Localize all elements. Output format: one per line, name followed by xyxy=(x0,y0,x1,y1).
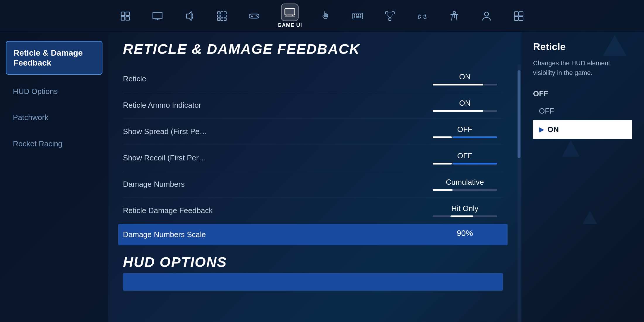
sidebar: Reticle & DamageFeedback HUD Options Pat… xyxy=(0,32,108,322)
accessibility-icon xyxy=(446,7,463,25)
setting-control-reticle-damage-feedback: Hit Only xyxy=(427,204,503,217)
sidebar-item-rocket-racing[interactable]: Rocket Racing xyxy=(6,133,102,155)
svg-rect-13 xyxy=(224,15,226,17)
nav-item-hud[interactable] xyxy=(117,7,134,25)
svg-rect-3 xyxy=(126,17,129,20)
scroll-thumb[interactable] xyxy=(518,70,520,158)
nav-item-profile[interactable] xyxy=(478,7,495,25)
svg-rect-36 xyxy=(389,18,391,20)
svg-rect-10 xyxy=(224,12,226,14)
option-item-on[interactable]: ▶ ON xyxy=(533,120,632,139)
nav-item-touch[interactable] xyxy=(317,7,334,25)
section-title-reticle: RETICLE & DAMAGE FEEDBACK xyxy=(123,41,503,57)
setting-name-reticle: Reticle xyxy=(123,74,427,83)
setting-control-show-recoil: OFF xyxy=(427,151,503,165)
keyboard-icon xyxy=(349,7,366,25)
scrollbar[interactable] xyxy=(518,64,521,322)
svg-rect-0 xyxy=(121,12,125,16)
setting-row-show-spread[interactable]: Show Spread (First Pe… OFF xyxy=(123,119,503,145)
svg-rect-12 xyxy=(221,15,223,17)
slider-show-spread[interactable] xyxy=(433,136,497,138)
svg-line-37 xyxy=(387,14,390,18)
setting-name-show-spread: Show Spread (First Pe… xyxy=(123,127,427,136)
option-item-off[interactable]: OFF xyxy=(533,102,632,120)
svg-rect-31 xyxy=(354,16,355,18)
nav-item-layout[interactable] xyxy=(213,7,231,25)
svg-rect-15 xyxy=(221,18,223,20)
sidebar-item-reticle-damage[interactable]: Reticle & DamageFeedback xyxy=(6,41,102,75)
nav-item-keyboard[interactable] xyxy=(349,7,366,25)
svg-rect-4 xyxy=(153,12,162,19)
setting-control-damage-scale: 90% xyxy=(427,229,503,240)
nav-item-audio[interactable] xyxy=(181,7,198,25)
nav-item-display[interactable] xyxy=(149,7,166,25)
setting-control-show-spread: OFF xyxy=(427,125,503,138)
svg-rect-49 xyxy=(514,16,518,20)
svg-rect-1 xyxy=(126,12,129,16)
option-list-label: OFF xyxy=(533,89,632,98)
nav-item-extra[interactable] xyxy=(510,7,527,25)
sidebar-item-hud-options[interactable]: HUD Options xyxy=(6,80,102,102)
nav-item-controller[interactable] xyxy=(245,7,263,25)
svg-point-43 xyxy=(424,16,425,16)
svg-rect-11 xyxy=(217,15,220,17)
svg-rect-22 xyxy=(285,8,295,15)
setting-name-damage-scale: Damage Numbers Scale xyxy=(123,230,427,239)
nav-item-gamepad[interactable] xyxy=(413,7,431,25)
setting-value-reticle-ammo: ON xyxy=(459,99,471,108)
sidebar-item-rocket-racing-label: Rocket Racing xyxy=(13,139,95,148)
svg-rect-35 xyxy=(392,12,394,14)
nav-icons-row: GAME UI xyxy=(117,4,527,28)
svg-point-20 xyxy=(256,15,257,16)
svg-point-46 xyxy=(484,12,489,16)
nav-item-accessibility[interactable] xyxy=(446,7,463,25)
option-arrow-icon: ▶ xyxy=(539,126,544,133)
setting-name-show-recoil: Show Recoil (First Per… xyxy=(123,153,427,162)
right-panel-description: Changes the HUD element visibility in th… xyxy=(533,58,632,78)
network-icon xyxy=(381,7,399,25)
game-ui-icon xyxy=(281,4,299,21)
setting-row-show-recoil[interactable]: Show Recoil (First Per… OFF xyxy=(123,145,503,171)
slider-reticle[interactable] xyxy=(433,84,497,85)
svg-rect-47 xyxy=(514,12,518,16)
touch-icon xyxy=(317,7,334,25)
slider-reticle-ammo[interactable] xyxy=(433,110,497,112)
setting-row-reticle-ammo[interactable]: Reticle Ammo Indicator ON xyxy=(123,92,503,119)
setting-row-damage-scale[interactable]: Damage Numbers Scale 90% xyxy=(118,224,508,245)
slider-reticle-damage-feedback[interactable] xyxy=(433,215,497,217)
svg-point-21 xyxy=(257,16,258,17)
slider-damage-numbers[interactable] xyxy=(433,189,497,191)
svg-rect-33 xyxy=(360,16,361,18)
audio-icon xyxy=(181,7,198,25)
setting-name-reticle-damage-feedback: Reticle Damage Feedback xyxy=(123,206,427,215)
svg-rect-26 xyxy=(353,13,363,19)
bottom-bar xyxy=(123,273,503,291)
svg-rect-27 xyxy=(354,14,355,16)
setting-row-damage-numbers[interactable]: Damage Numbers Cumulative xyxy=(123,171,503,198)
svg-marker-7 xyxy=(186,12,191,20)
setting-value-damage-numbers: Cumulative xyxy=(446,178,484,187)
hud-icon xyxy=(117,7,134,25)
slider-show-recoil[interactable] xyxy=(433,163,497,165)
setting-control-reticle: ON xyxy=(427,72,503,85)
sidebar-item-patchwork[interactable]: Patchwork xyxy=(6,107,102,129)
setting-row-reticle[interactable]: Reticle ON xyxy=(123,66,503,92)
setting-row-reticle-damage-feedback[interactable]: Reticle Damage Feedback Hit Only xyxy=(123,198,503,224)
svg-point-44 xyxy=(453,11,455,14)
main-layout: Reticle & DamageFeedback HUD Options Pat… xyxy=(0,32,644,322)
svg-rect-29 xyxy=(358,14,359,16)
nav-item-game-ui[interactable]: GAME UI xyxy=(278,4,302,28)
svg-rect-8 xyxy=(217,12,220,14)
controller-icon xyxy=(245,7,263,25)
option-on-label: ON xyxy=(547,125,559,134)
svg-rect-32 xyxy=(356,16,359,18)
setting-name-damage-numbers: Damage Numbers xyxy=(123,180,427,189)
right-panel-title: Reticle xyxy=(533,41,632,52)
setting-value-reticle: ON xyxy=(459,72,471,81)
right-panel: Reticle Changes the HUD element visibili… xyxy=(521,32,644,322)
layout-icon xyxy=(213,7,231,25)
setting-name-reticle-ammo: Reticle Ammo Indicator xyxy=(123,101,427,110)
game-ui-label: GAME UI xyxy=(278,22,302,28)
nav-item-network[interactable] xyxy=(381,7,399,25)
top-navigation: GAME UI xyxy=(0,0,644,32)
